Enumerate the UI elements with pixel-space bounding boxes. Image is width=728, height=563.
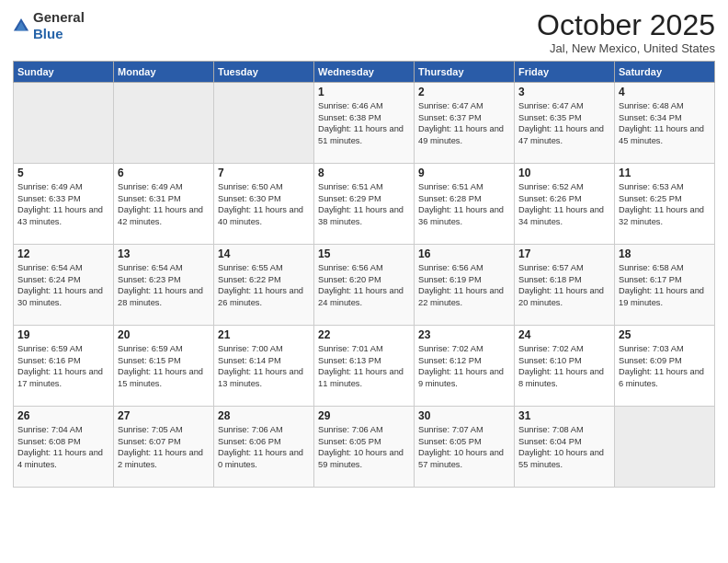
col-wednesday: Wednesday [314,62,415,83]
cell-content: Sunrise: 6:47 AMSunset: 6:37 PMDaylight:… [418,100,510,146]
cell-w5-d5: 30Sunrise: 7:07 AMSunset: 6:05 PMDayligh… [415,407,515,488]
cell-w3-d2: 13Sunrise: 6:54 AMSunset: 6:23 PMDayligh… [114,245,214,326]
day-number: 27 [118,409,210,422]
cell-content: Sunrise: 7:03 AMSunset: 6:09 PMDaylight:… [619,343,711,389]
cell-content: Sunrise: 7:08 AMSunset: 6:04 PMDaylight:… [518,424,610,470]
cell-w5-d3: 28Sunrise: 7:06 AMSunset: 6:06 PMDayligh… [214,407,314,488]
day-number: 31 [518,409,610,422]
day-number: 28 [218,409,310,422]
col-monday: Monday [114,62,214,83]
col-tuesday: Tuesday [214,62,314,83]
cell-content: Sunrise: 7:06 AMSunset: 6:06 PMDaylight:… [218,424,310,470]
cell-content: Sunrise: 6:49 AMSunset: 6:33 PMDaylight:… [17,181,109,227]
header-area: General Blue October 2025 Jal, New Mexic… [13,9,715,55]
cell-w5-d2: 27Sunrise: 7:05 AMSunset: 6:07 PMDayligh… [114,407,214,488]
logo-text: General Blue [33,9,85,42]
cell-content: Sunrise: 7:04 AMSunset: 6:08 PMDaylight:… [17,424,109,470]
cell-w2-d1: 5Sunrise: 6:49 AMSunset: 6:33 PMDaylight… [14,164,114,245]
day-number: 4 [619,86,711,98]
cell-w1-d5: 2Sunrise: 6:47 AMSunset: 6:37 PMDaylight… [415,83,515,164]
cell-w1-d6: 3Sunrise: 6:47 AMSunset: 6:35 PMDaylight… [515,83,615,164]
day-number: 12 [17,247,109,260]
cell-content: Sunrise: 6:56 AMSunset: 6:19 PMDaylight:… [418,262,510,308]
cell-w1-d1 [14,83,114,164]
main-container: General Blue October 2025 Jal, New Mexic… [0,0,728,497]
cell-content: Sunrise: 7:07 AMSunset: 6:05 PMDaylight:… [418,424,510,470]
week-row-5: 26Sunrise: 7:04 AMSunset: 6:08 PMDayligh… [14,407,715,488]
cell-w4-d6: 24Sunrise: 7:02 AMSunset: 6:10 PMDayligh… [515,326,615,407]
week-row-1: 1Sunrise: 6:46 AMSunset: 6:38 PMDaylight… [14,83,715,164]
cell-w5-d4: 29Sunrise: 7:06 AMSunset: 6:05 PMDayligh… [314,407,415,488]
cell-w3-d5: 16Sunrise: 6:56 AMSunset: 6:19 PMDayligh… [415,245,515,326]
cell-content: Sunrise: 6:51 AMSunset: 6:28 PMDaylight:… [418,181,510,227]
cell-w3-d3: 14Sunrise: 6:55 AMSunset: 6:22 PMDayligh… [214,245,314,326]
cell-content: Sunrise: 6:59 AMSunset: 6:16 PMDaylight:… [17,343,109,389]
day-number: 13 [118,247,210,260]
day-number: 19 [17,328,109,341]
cell-content: Sunrise: 7:05 AMSunset: 6:07 PMDaylight:… [118,424,210,470]
day-number: 18 [619,247,711,260]
col-saturday: Saturday [615,62,715,83]
cell-w2-d6: 10Sunrise: 6:52 AMSunset: 6:26 PMDayligh… [515,164,615,245]
day-number: 6 [118,167,210,179]
logo: General Blue [13,9,85,42]
day-number: 15 [318,247,410,260]
day-number: 5 [17,167,109,179]
day-number: 7 [218,167,310,179]
header-row: Sunday Monday Tuesday Wednesday Thursday… [14,62,715,83]
cell-content: Sunrise: 6:56 AMSunset: 6:20 PMDaylight:… [318,262,410,308]
day-number: 2 [418,86,510,98]
cell-content: Sunrise: 7:00 AMSunset: 6:14 PMDaylight:… [218,343,310,389]
cell-w2-d7: 11Sunrise: 6:53 AMSunset: 6:25 PMDayligh… [615,164,715,245]
cell-content: Sunrise: 6:49 AMSunset: 6:31 PMDaylight:… [118,181,210,227]
cell-w4-d4: 22Sunrise: 7:01 AMSunset: 6:13 PMDayligh… [314,326,415,407]
day-number: 24 [518,328,610,341]
day-number: 10 [518,167,610,179]
cell-w3-d6: 17Sunrise: 6:57 AMSunset: 6:18 PMDayligh… [515,245,615,326]
day-number: 8 [318,167,410,179]
title-area: October 2025 Jal, New Mexico, United Sta… [537,9,715,55]
col-thursday: Thursday [415,62,515,83]
day-number: 17 [518,247,610,260]
week-row-2: 5Sunrise: 6:49 AMSunset: 6:33 PMDaylight… [14,164,715,245]
day-number: 29 [318,409,410,422]
cell-content: Sunrise: 6:53 AMSunset: 6:25 PMDaylight:… [619,181,711,227]
day-number: 30 [418,409,510,422]
cell-w5-d7 [615,407,715,488]
cell-w4-d3: 21Sunrise: 7:00 AMSunset: 6:14 PMDayligh… [214,326,314,407]
cell-w4-d2: 20Sunrise: 6:59 AMSunset: 6:15 PMDayligh… [114,326,214,407]
cell-content: Sunrise: 6:59 AMSunset: 6:15 PMDaylight:… [118,343,210,389]
logo-general: General [33,9,85,25]
day-number: 11 [619,167,711,179]
cell-content: Sunrise: 6:54 AMSunset: 6:24 PMDaylight:… [17,262,109,308]
cell-content: Sunrise: 6:55 AMSunset: 6:22 PMDaylight:… [218,262,310,308]
cell-w2-d5: 9Sunrise: 6:51 AMSunset: 6:28 PMDaylight… [415,164,515,245]
day-number: 21 [218,328,310,341]
day-number: 23 [418,328,510,341]
cell-content: Sunrise: 7:02 AMSunset: 6:10 PMDaylight:… [518,343,610,389]
cell-content: Sunrise: 7:06 AMSunset: 6:05 PMDaylight:… [318,424,410,470]
cell-content: Sunrise: 6:58 AMSunset: 6:17 PMDaylight:… [619,262,711,308]
cell-content: Sunrise: 6:46 AMSunset: 6:38 PMDaylight:… [318,100,410,146]
cell-w2-d2: 6Sunrise: 6:49 AMSunset: 6:31 PMDaylight… [114,164,214,245]
week-row-3: 12Sunrise: 6:54 AMSunset: 6:24 PMDayligh… [14,245,715,326]
day-number: 22 [318,328,410,341]
day-number: 25 [619,328,711,341]
cell-w1-d2 [114,83,214,164]
cell-content: Sunrise: 6:48 AMSunset: 6:34 PMDaylight:… [619,100,711,146]
week-row-4: 19Sunrise: 6:59 AMSunset: 6:16 PMDayligh… [14,326,715,407]
cell-w3-d4: 15Sunrise: 6:56 AMSunset: 6:20 PMDayligh… [314,245,415,326]
day-number: 16 [418,247,510,260]
col-friday: Friday [515,62,615,83]
cell-w4-d5: 23Sunrise: 7:02 AMSunset: 6:12 PMDayligh… [415,326,515,407]
location: Jal, New Mexico, United States [537,41,715,55]
cell-w2-d3: 7Sunrise: 6:50 AMSunset: 6:30 PMDaylight… [214,164,314,245]
cell-content: Sunrise: 6:57 AMSunset: 6:18 PMDaylight:… [518,262,610,308]
day-number: 3 [518,86,610,98]
cell-content: Sunrise: 7:01 AMSunset: 6:13 PMDaylight:… [318,343,410,389]
cell-w5-d6: 31Sunrise: 7:08 AMSunset: 6:04 PMDayligh… [515,407,615,488]
day-number: 1 [318,86,410,98]
day-number: 26 [17,409,109,422]
cell-w1-d4: 1Sunrise: 6:46 AMSunset: 6:38 PMDaylight… [314,83,415,164]
col-sunday: Sunday [14,62,114,83]
